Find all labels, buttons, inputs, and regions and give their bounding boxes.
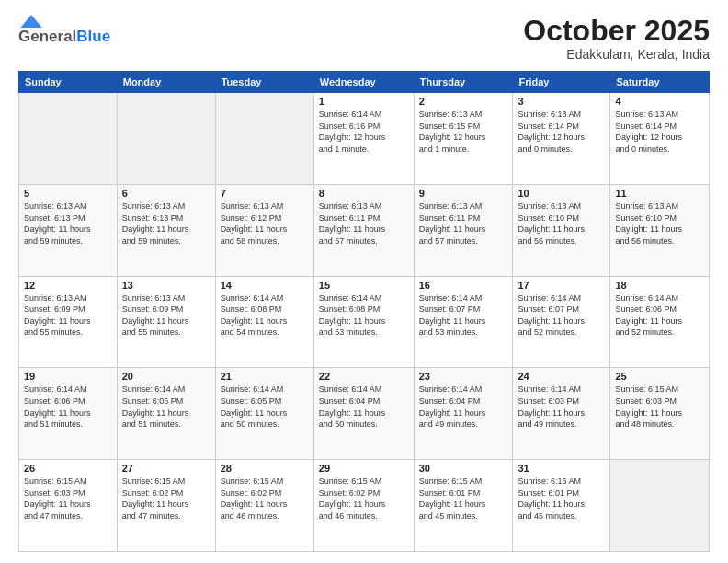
day-info: Sunrise: 6:14 AMSunset: 6:05 PMDaylight:… [221, 384, 309, 430]
day-number: 22 [319, 371, 409, 382]
day-info: Sunrise: 6:14 AMSunset: 6:07 PMDaylight:… [518, 293, 605, 339]
svg-marker-0 [20, 15, 41, 28]
day-info: Sunrise: 6:14 AMSunset: 6:08 PMDaylight:… [221, 293, 309, 339]
day-cell [610, 460, 710, 552]
day-number: 16 [419, 280, 508, 291]
day-cell: 9Sunrise: 6:13 AMSunset: 6:11 PMDaylight… [414, 184, 513, 276]
day-info: Sunrise: 6:13 AMSunset: 6:15 PMDaylight:… [419, 109, 508, 155]
day-number: 20 [122, 371, 210, 382]
day-info: Sunrise: 6:13 AMSunset: 6:11 PMDaylight:… [419, 201, 508, 247]
day-cell: 29Sunrise: 6:15 AMSunset: 6:02 PMDayligh… [313, 460, 414, 552]
day-cell: 14Sunrise: 6:14 AMSunset: 6:08 PMDayligh… [215, 276, 313, 368]
day-info: Sunrise: 6:15 AMSunset: 6:03 PMDaylight:… [24, 476, 112, 522]
day-info: Sunrise: 6:13 AMSunset: 6:11 PMDaylight:… [319, 201, 409, 247]
col-wednesday: Wednesday [313, 72, 414, 93]
day-cell: 7Sunrise: 6:13 AMSunset: 6:12 PMDaylight… [215, 184, 313, 276]
day-info: Sunrise: 6:13 AMSunset: 6:13 PMDaylight:… [24, 201, 112, 247]
day-info: Sunrise: 6:14 AMSunset: 6:04 PMDaylight:… [419, 384, 508, 430]
week-row-3: 19Sunrise: 6:14 AMSunset: 6:06 PMDayligh… [19, 368, 710, 460]
calendar-table: Sunday Monday Tuesday Wednesday Thursday… [18, 71, 710, 552]
header: General Blue October 2025 Edakkulam, Ker… [18, 15, 710, 62]
day-number: 14 [221, 280, 309, 291]
day-number: 29 [319, 463, 409, 474]
day-cell: 2Sunrise: 6:13 AMSunset: 6:15 PMDaylight… [414, 93, 513, 185]
day-cell: 16Sunrise: 6:14 AMSunset: 6:07 PMDayligh… [414, 276, 513, 368]
day-info: Sunrise: 6:14 AMSunset: 6:06 PMDaylight:… [615, 293, 704, 339]
day-info: Sunrise: 6:14 AMSunset: 6:16 PMDaylight:… [319, 109, 409, 155]
day-number: 23 [419, 371, 508, 382]
day-cell: 19Sunrise: 6:14 AMSunset: 6:06 PMDayligh… [19, 368, 118, 460]
day-info: Sunrise: 6:15 AMSunset: 6:03 PMDaylight:… [615, 384, 704, 430]
col-thursday: Thursday [414, 72, 513, 93]
day-cell: 20Sunrise: 6:14 AMSunset: 6:05 PMDayligh… [117, 368, 215, 460]
day-cell: 18Sunrise: 6:14 AMSunset: 6:06 PMDayligh… [610, 276, 710, 368]
day-cell: 13Sunrise: 6:13 AMSunset: 6:09 PMDayligh… [117, 276, 215, 368]
day-info: Sunrise: 6:13 AMSunset: 6:13 PMDaylight:… [122, 201, 210, 247]
day-cell: 25Sunrise: 6:15 AMSunset: 6:03 PMDayligh… [610, 368, 710, 460]
day-info: Sunrise: 6:13 AMSunset: 6:12 PMDaylight:… [221, 201, 309, 247]
day-cell: 12Sunrise: 6:13 AMSunset: 6:09 PMDayligh… [19, 276, 118, 368]
day-cell: 31Sunrise: 6:16 AMSunset: 6:01 PMDayligh… [513, 460, 610, 552]
day-number: 18 [615, 280, 704, 291]
day-number: 13 [122, 280, 210, 291]
day-cell: 23Sunrise: 6:14 AMSunset: 6:04 PMDayligh… [414, 368, 513, 460]
title-block: October 2025 Edakkulam, Kerala, India [523, 15, 710, 62]
day-info: Sunrise: 6:13 AMSunset: 6:14 PMDaylight:… [518, 109, 605, 155]
day-info: Sunrise: 6:14 AMSunset: 6:04 PMDaylight:… [319, 384, 409, 430]
day-number: 8 [319, 188, 409, 199]
week-row-2: 12Sunrise: 6:13 AMSunset: 6:09 PMDayligh… [19, 276, 710, 368]
month-title: October 2025 [523, 15, 710, 47]
day-number: 11 [615, 188, 704, 199]
day-cell: 1Sunrise: 6:14 AMSunset: 6:16 PMDaylight… [313, 93, 414, 185]
col-saturday: Saturday [610, 72, 710, 93]
day-number: 25 [615, 371, 704, 382]
day-info: Sunrise: 6:13 AMSunset: 6:09 PMDaylight:… [122, 293, 210, 339]
day-cell: 28Sunrise: 6:15 AMSunset: 6:02 PMDayligh… [215, 460, 313, 552]
day-info: Sunrise: 6:13 AMSunset: 6:14 PMDaylight:… [615, 109, 704, 155]
day-cell: 5Sunrise: 6:13 AMSunset: 6:13 PMDaylight… [19, 184, 118, 276]
logo-general: General [18, 28, 76, 46]
day-cell: 15Sunrise: 6:14 AMSunset: 6:08 PMDayligh… [313, 276, 414, 368]
day-number: 1 [319, 96, 409, 107]
day-number: 15 [319, 280, 409, 291]
calendar-page: General Blue October 2025 Edakkulam, Ker… [0, 0, 728, 563]
col-tuesday: Tuesday [215, 72, 313, 93]
day-info: Sunrise: 6:15 AMSunset: 6:02 PMDaylight:… [122, 476, 210, 522]
day-cell: 24Sunrise: 6:14 AMSunset: 6:03 PMDayligh… [513, 368, 610, 460]
day-number: 7 [221, 188, 309, 199]
day-number: 30 [419, 463, 508, 474]
day-info: Sunrise: 6:14 AMSunset: 6:08 PMDaylight:… [319, 293, 409, 339]
day-number: 5 [24, 188, 112, 199]
day-info: Sunrise: 6:13 AMSunset: 6:10 PMDaylight:… [518, 201, 605, 247]
col-sunday: Sunday [19, 72, 118, 93]
day-number: 6 [122, 188, 210, 199]
day-number: 4 [615, 96, 704, 107]
day-info: Sunrise: 6:15 AMSunset: 6:01 PMDaylight:… [419, 476, 508, 522]
day-cell: 11Sunrise: 6:13 AMSunset: 6:10 PMDayligh… [610, 184, 710, 276]
logo-icon [20, 15, 42, 28]
day-number: 31 [518, 463, 605, 474]
day-info: Sunrise: 6:13 AMSunset: 6:10 PMDaylight:… [615, 201, 704, 247]
day-info: Sunrise: 6:15 AMSunset: 6:02 PMDaylight:… [221, 476, 309, 522]
day-cell [215, 93, 313, 185]
col-monday: Monday [117, 72, 215, 93]
day-cell: 26Sunrise: 6:15 AMSunset: 6:03 PMDayligh… [19, 460, 118, 552]
logo: General Blue [18, 15, 110, 46]
header-row: Sunday Monday Tuesday Wednesday Thursday… [19, 72, 710, 93]
day-info: Sunrise: 6:14 AMSunset: 6:05 PMDaylight:… [122, 384, 210, 430]
day-number: 10 [518, 188, 605, 199]
day-info: Sunrise: 6:15 AMSunset: 6:02 PMDaylight:… [319, 476, 409, 522]
day-info: Sunrise: 6:16 AMSunset: 6:01 PMDaylight:… [518, 476, 605, 522]
day-number: 21 [221, 371, 309, 382]
day-number: 24 [518, 371, 605, 382]
day-info: Sunrise: 6:14 AMSunset: 6:06 PMDaylight:… [24, 384, 112, 430]
day-info: Sunrise: 6:14 AMSunset: 6:07 PMDaylight:… [419, 293, 508, 339]
location: Edakkulam, Kerala, India [523, 47, 710, 62]
day-cell: 6Sunrise: 6:13 AMSunset: 6:13 PMDaylight… [117, 184, 215, 276]
day-info: Sunrise: 6:14 AMSunset: 6:03 PMDaylight:… [518, 384, 605, 430]
day-cell: 22Sunrise: 6:14 AMSunset: 6:04 PMDayligh… [313, 368, 414, 460]
day-cell: 30Sunrise: 6:15 AMSunset: 6:01 PMDayligh… [414, 460, 513, 552]
day-number: 28 [221, 463, 309, 474]
logo-blue: Blue [76, 28, 110, 46]
day-cell: 3Sunrise: 6:13 AMSunset: 6:14 PMDaylight… [513, 93, 610, 185]
